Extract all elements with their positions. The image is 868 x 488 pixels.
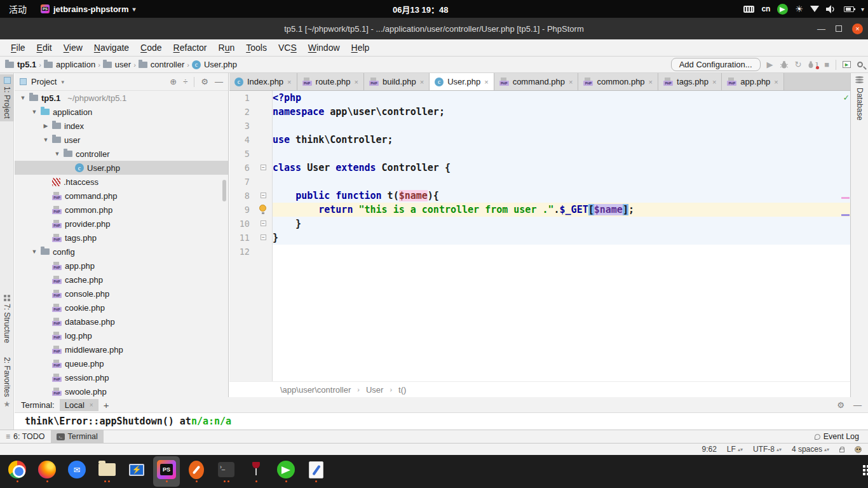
tree-item-swoole.php[interactable]: swoole.php — [15, 384, 228, 397]
tree-item-application[interactable]: ▼application — [15, 105, 228, 119]
minimize-button[interactable]: — — [817, 24, 825, 34]
app-menu[interactable]: PS jetbrains-phpstorm ▾ — [36, 4, 141, 14]
code-line-2[interactable]: 2namespace app\user\controller; — [229, 105, 850, 119]
tree-item-database.php[interactable]: database.php — [15, 315, 228, 329]
highlighting-level-icon[interactable] — [855, 446, 862, 453]
breadcrumb-item-tp5.1[interactable]: tp5.1 — [5, 60, 36, 69]
readonly-lock-icon[interactable] — [839, 449, 844, 452]
dock-phpstorm[interactable]: PS — [153, 456, 180, 487]
tree-item-queue.php[interactable]: queue.php — [15, 356, 228, 370]
editor-tab-app.php[interactable]: app.php× — [722, 73, 783, 90]
editor-breadcrumb-namespace[interactable]: \app\user\controller — [280, 385, 351, 395]
add-configuration-button[interactable]: Add Configuration... — [671, 58, 761, 71]
menu-file[interactable]: File — [5, 43, 31, 53]
fold-gutter[interactable] — [256, 105, 273, 119]
activities-button[interactable]: 活动 — [0, 3, 36, 15]
fold-gutter[interactable] — [256, 245, 273, 259]
indent-selector[interactable]: 4 spaces▴▾ — [792, 445, 829, 454]
fold-gutter[interactable]: − — [256, 189, 273, 203]
menu-edit[interactable]: Edit — [31, 43, 58, 53]
tree-down-arrow-icon[interactable]: ▼ — [31, 109, 37, 115]
fold-gutter[interactable] — [256, 133, 273, 147]
close-icon[interactable]: × — [354, 78, 358, 86]
tree-item-log.php[interactable]: log.php — [15, 329, 228, 342]
tree-item-index[interactable]: ▶index — [15, 119, 228, 133]
hide-panel-icon[interactable]: — — [215, 77, 223, 86]
breadcrumb-item-application[interactable]: application — [44, 60, 95, 69]
menu-refactor[interactable]: Refactor — [168, 43, 213, 53]
close-icon[interactable]: × — [287, 78, 291, 86]
system-clock[interactable]: 06月13 19：48 — [393, 0, 448, 18]
dock-firefox[interactable] — [34, 456, 60, 487]
coverage-button[interactable]: ↻ — [795, 60, 802, 69]
maximize-button[interactable] — [836, 25, 842, 32]
dock-xshell[interactable]: ⚡ — [123, 456, 150, 487]
menu-vcs[interactable]: VCS — [273, 43, 302, 53]
breadcrumb-item-User.php[interactable]: cUser.php — [192, 60, 237, 69]
locate-file-icon[interactable]: ⊕ — [170, 77, 177, 86]
fold-gutter[interactable] — [256, 203, 273, 217]
code-line-7[interactable]: 7 — [229, 175, 850, 189]
code-line-12[interactable]: 12 — [229, 245, 850, 259]
dock-text-editor[interactable] — [302, 456, 329, 487]
tree-item-tp5.1[interactable]: ▼tp5.1~/phpwork/tp5.1 — [15, 91, 228, 105]
run-button[interactable]: ▶ — [767, 60, 773, 69]
close-icon[interactable]: × — [774, 78, 778, 86]
close-icon[interactable]: × — [420, 78, 424, 86]
editor-breadcrumb-method[interactable]: t() — [398, 385, 406, 395]
stop-button[interactable]: ■ — [824, 60, 829, 69]
debug-button[interactable] — [780, 60, 789, 69]
caret-position[interactable]: 9:62 — [702, 445, 717, 454]
tree-item-cookie.php[interactable]: cookie.php — [15, 301, 228, 315]
event-log-button[interactable]: Event Log — [815, 432, 868, 441]
tree-item-app.php[interactable]: app.php — [15, 259, 228, 273]
code-line-4[interactable]: 4use think\Controller; — [229, 133, 850, 147]
database-stripe-label[interactable]: Database — [855, 88, 864, 120]
dock-terminal[interactable]: ›_ — [213, 456, 240, 487]
close-icon[interactable]: × — [484, 78, 488, 86]
editor-tab-tags.php[interactable]: tags.php× — [658, 73, 722, 90]
fold-gutter[interactable] — [256, 147, 273, 161]
input-method-label[interactable]: cn — [761, 4, 770, 13]
menu-tools[interactable]: Tools — [240, 43, 273, 53]
toolwindow-project-button[interactable]: 1: Project — [0, 74, 14, 121]
tray-chevron-icon[interactable]: ▾ — [861, 6, 864, 13]
breadcrumb-item-controller[interactable]: controller — [139, 60, 184, 69]
tree-right-arrow-icon[interactable]: ▶ — [43, 123, 49, 129]
fold-marker-icon[interactable]: − — [261, 220, 266, 226]
code-line-8[interactable]: 8− public function t($name){ — [229, 189, 850, 203]
project-panel-title[interactable]: Project — [31, 77, 57, 86]
fold-gutter[interactable]: − — [256, 161, 273, 175]
code-empty-area[interactable] — [229, 259, 850, 381]
code-editor[interactable]: ✓ 1<?php2namespace app\user\controller;3… — [229, 91, 850, 381]
code-line-10[interactable]: 10− } — [229, 217, 850, 231]
fold-gutter[interactable] — [256, 119, 273, 133]
fold-gutter[interactable] — [256, 175, 273, 189]
collapse-all-icon[interactable]: ÷ — [183, 77, 187, 86]
fold-gutter[interactable]: − — [256, 231, 273, 245]
menu-run[interactable]: Run — [213, 43, 241, 53]
run-window-icon[interactable]: ▶ — [843, 61, 851, 68]
code-line-1[interactable]: 1<?php — [229, 91, 850, 105]
tree-down-arrow-icon[interactable]: ▼ — [20, 95, 26, 101]
tree-item-controller[interactable]: ▼controller — [15, 147, 228, 161]
editor-breadcrumb-class[interactable]: User — [366, 385, 383, 395]
dock-files[interactable] — [93, 456, 120, 487]
tree-item-.htaccess[interactable]: .htaccess — [15, 175, 228, 189]
terminal-tab-local[interactable]: Local × — [60, 399, 98, 411]
terminal-output[interactable]: think\Error::appShutdown() at n/a:n/a — [15, 413, 868, 430]
gear-icon[interactable]: ⚙ — [201, 77, 208, 86]
editor-tab-User.php[interactable]: cUser.php× — [430, 73, 494, 90]
menu-help[interactable]: Help — [346, 43, 376, 53]
dock-wine[interactable] — [243, 456, 269, 487]
tree-item-user[interactable]: ▼user — [15, 133, 228, 147]
fold-gutter[interactable] — [256, 91, 273, 105]
tree-item-session.php[interactable]: session.php — [15, 370, 228, 384]
close-icon[interactable]: × — [649, 78, 653, 86]
close-button[interactable]: × — [852, 24, 863, 34]
tree-item-config[interactable]: ▼config — [15, 245, 228, 259]
code-line-11[interactable]: 11−} — [229, 231, 850, 245]
toolwindow-terminal-button[interactable]: ›_ Terminal — [51, 430, 104, 443]
tree-item-provider.php[interactable]: provider.php — [15, 217, 228, 231]
keyboard-icon[interactable] — [743, 6, 754, 13]
